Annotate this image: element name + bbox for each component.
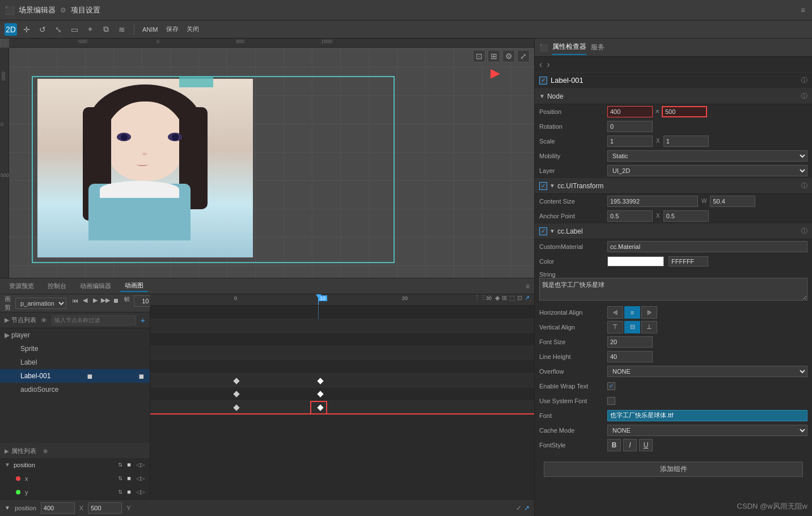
anim-next[interactable]: ▶▶ — [101, 295, 110, 306]
rotate-tool[interactable]: ↺ — [36, 23, 49, 36]
prop-y-arrows[interactable]: ⇅ — [118, 489, 122, 495]
content-size-h-input[interactable] — [710, 196, 755, 207]
anim-prev[interactable]: ◀ — [81, 295, 90, 306]
tab-console[interactable]: 控制台 — [43, 281, 71, 291]
tab-animation-graph[interactable]: 动画图 — [120, 280, 148, 292]
scale-tool[interactable]: ⤡ — [52, 23, 65, 36]
save-btn[interactable]: 保存 — [164, 24, 181, 35]
wrap-text-checkbox[interactable]: ✓ — [607, 382, 615, 390]
h-align-left[interactable]: ⫷ — [607, 306, 623, 319]
nav-forward[interactable]: › — [547, 60, 549, 70]
track-empty-2[interactable] — [150, 333, 534, 346]
timeline-icon-5[interactable]: ⊡ — [517, 294, 522, 302]
pivot-tool[interactable]: ⌖ — [84, 23, 96, 36]
uitransform-section[interactable]: ✓ ▼ cc.UITransform ⓘ — [535, 178, 812, 194]
track-position[interactable] — [150, 374, 534, 387]
node-section-header[interactable]: ▼ Node ⓘ — [535, 88, 812, 104]
timeline-icon-3[interactable]: ⊞ — [502, 294, 507, 302]
menu-btn[interactable]: ≡ — [798, 6, 807, 15]
world-tool[interactable]: ≋ — [116, 23, 128, 36]
label-section-checkbox[interactable]: ✓ — [539, 227, 547, 235]
uitransform-info[interactable]: ⓘ — [801, 181, 807, 190]
tab-asset-preview[interactable]: 资源预览 — [5, 281, 39, 291]
v-align-middle[interactable]: ⊟ — [624, 321, 640, 333]
content-size-w-input[interactable] — [607, 196, 698, 207]
timeline-icon-6[interactable]: ↗ — [525, 294, 530, 302]
node-info-icon[interactable]: ⓘ — [801, 76, 807, 84]
h-align-right[interactable]: ⫸ — [641, 306, 657, 319]
anim-start[interactable]: ⏮ — [71, 295, 79, 306]
v-align-bottom[interactable]: ⊥ — [641, 321, 657, 333]
layer-select[interactable]: UI_2D — [607, 165, 807, 176]
overflow-select[interactable]: NONE — [607, 366, 807, 377]
cache-mode-select[interactable]: NONE — [607, 425, 807, 436]
rect-tool[interactable]: ▭ — [68, 23, 81, 36]
track-empty-1[interactable] — [150, 319, 534, 333]
color-hex-input[interactable] — [669, 256, 708, 267]
keyframe-y[interactable]: ◆ — [125, 488, 133, 496]
node-section-info[interactable]: ⓘ — [801, 92, 807, 100]
anim-stop[interactable]: ⏹ — [112, 295, 120, 306]
scene-view[interactable]: -500 0 500 1500 -500 0 500 — [0, 39, 534, 278]
rotation-input[interactable] — [607, 121, 653, 132]
prop-bar-check[interactable]: ✓ — [516, 504, 522, 512]
prop-bar-x-input[interactable] — [41, 502, 75, 514]
node-filter-input[interactable] — [52, 315, 136, 325]
node-audio-source[interactable]: audioSource — [0, 383, 150, 396]
system-font-checkbox[interactable] — [607, 397, 615, 405]
italic-btn[interactable]: I — [623, 439, 637, 451]
prop-y-row[interactable]: y ⇅ ◆ ◁▷ — [0, 485, 150, 499]
mode-2d-btn[interactable]: 2D — [5, 23, 17, 36]
kf-pos-2[interactable] — [317, 378, 323, 384]
position-x-cancel[interactable]: ✕ — [655, 108, 659, 115]
anim-play[interactable]: ▶ — [91, 295, 100, 306]
v-align-top[interactable]: ⊤ — [607, 321, 623, 333]
string-textarea[interactable]: 我是也字工厂快乐星球 — [539, 278, 807, 301]
anchor-x-input[interactable] — [607, 210, 653, 222]
tab-animation-editor[interactable]: 动画编辑器 — [75, 281, 116, 291]
scene-tb-3[interactable]: ⚙ — [502, 50, 515, 62]
mobility-select[interactable]: Static — [607, 150, 807, 162]
scale-y-input[interactable] — [663, 136, 709, 147]
nav-back[interactable]: ‹ — [539, 60, 542, 70]
scene-canvas-area[interactable]: ▶ — [9, 48, 534, 278]
scene-tb-4[interactable]: ⤢ — [517, 50, 530, 62]
color-swatch[interactable] — [607, 256, 664, 267]
timeline-icon-4[interactable]: ⬚ — [509, 294, 515, 302]
keyframe-pos-controls[interactable]: ◁▷ — [136, 462, 145, 468]
label-section[interactable]: ✓ ▼ cc.Label ⓘ — [535, 223, 812, 239]
node-checkbox[interactable]: ✓ — [539, 77, 547, 84]
scene-tb-2[interactable]: ⊞ — [488, 50, 500, 62]
underline-btn[interactable]: U — [639, 439, 653, 451]
transform-tool[interactable]: ⧉ — [100, 23, 112, 36]
keyframe-y-controls[interactable]: ◁▷ — [136, 489, 145, 495]
track-y[interactable] — [150, 401, 534, 415]
add-node-btn[interactable]: + — [141, 316, 145, 325]
prop-x-arrows[interactable]: ⇅ — [118, 475, 122, 481]
font-input[interactable] — [607, 410, 807, 421]
scale-x-input[interactable] — [607, 136, 653, 147]
font-size-input[interactable] — [607, 336, 653, 348]
label-section-info[interactable]: ⓘ — [801, 227, 807, 235]
move-tool[interactable]: ✛ — [20, 23, 33, 36]
track-empty-4[interactable] — [150, 360, 534, 374]
props-tab-service[interactable]: 服务 — [591, 40, 604, 54]
track-x[interactable] — [150, 387, 534, 401]
anchor-y-input[interactable] — [663, 210, 709, 222]
kf-y-1[interactable] — [233, 404, 239, 411]
h-align-center[interactable]: ≡ — [624, 306, 640, 319]
keyframe-x-controls[interactable]: ◁▷ — [136, 475, 145, 481]
position-y-input[interactable] — [662, 106, 707, 117]
bold-btn[interactable]: B — [607, 439, 621, 451]
node-label[interactable]: Label — [0, 356, 150, 369]
track-label-001[interactable] — [150, 306, 534, 319]
scene-tb-1[interactable]: ⊡ — [473, 50, 485, 62]
prop-x-row[interactable]: x ⇅ ◆ ◁▷ — [0, 472, 150, 485]
close-btn[interactable]: 关闭 — [184, 24, 201, 35]
prop-pos-arrows[interactable]: ⇅ — [118, 462, 122, 468]
keyframe-pos-1[interactable]: ◆ — [125, 461, 133, 468]
line-height-input[interactable] — [607, 351, 653, 362]
anim-clip-select[interactable]: p_animation — [15, 298, 66, 309]
position-x-input[interactable] — [607, 106, 653, 117]
timeline-icon-2[interactable]: ◆ — [495, 294, 500, 302]
